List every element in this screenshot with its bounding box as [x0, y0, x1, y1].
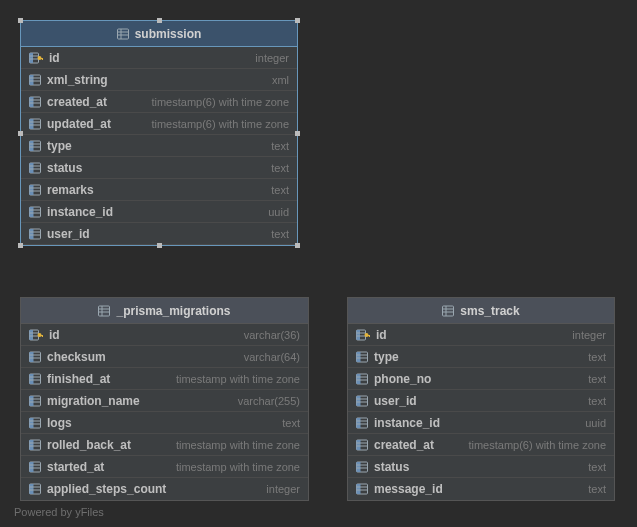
erd-canvas[interactable]: submission idinteger xml_stringxml creat… [0, 0, 637, 527]
column-type: timestamp with time zone [176, 439, 300, 451]
column-row[interactable]: idvarchar(36) [21, 324, 308, 346]
svg-rect-82 [443, 306, 454, 316]
column-row[interactable]: statustext [21, 157, 297, 179]
column-row[interactable]: remarkstext [21, 179, 297, 201]
column-name: status [47, 161, 82, 175]
table-sms_track[interactable]: sms_track idinteger typetext phone_notex… [347, 297, 615, 501]
column-icon [356, 373, 368, 385]
column-name: xml_string [47, 73, 108, 87]
svg-rect-110 [357, 440, 361, 450]
column-icon [29, 206, 41, 218]
column-row[interactable]: idinteger [21, 47, 297, 69]
column-name: instance_id [47, 205, 113, 219]
column-row[interactable]: created_attimestamp(6) with time zone [21, 91, 297, 113]
column-type: varchar(255) [238, 395, 300, 407]
column-row[interactable]: idinteger [348, 324, 614, 346]
column-name: instance_id [374, 416, 440, 430]
svg-rect-106 [357, 418, 361, 428]
column-type: integer [572, 329, 606, 341]
column-name: phone_no [374, 372, 431, 386]
table-header[interactable]: _prisma_migrations [21, 298, 308, 324]
column-name: created_at [374, 438, 434, 452]
column-row[interactable]: created_attimestamp(6) with time zone [348, 434, 614, 456]
column-icon [29, 417, 41, 429]
column-icon [29, 439, 41, 451]
column-row[interactable]: checksumvarchar(64) [21, 346, 308, 368]
column-icon [29, 118, 41, 130]
column-name: migration_name [47, 394, 140, 408]
table-submission[interactable]: submission idinteger xml_stringxml creat… [20, 20, 298, 246]
column-name: updated_at [47, 117, 111, 131]
column-icon [29, 351, 41, 363]
svg-rect-92 [369, 335, 370, 337]
svg-rect-71 [30, 440, 34, 450]
selection-handle[interactable] [157, 18, 162, 23]
table-title: sms_track [460, 304, 519, 318]
column-name: user_id [374, 394, 417, 408]
column-icon [29, 395, 41, 407]
column-row[interactable]: started_attimestamp with time zone [21, 456, 308, 478]
column-name: id [49, 328, 60, 342]
selection-handle[interactable] [157, 243, 162, 248]
svg-rect-59 [30, 374, 34, 384]
column-row[interactable]: typetext [21, 135, 297, 157]
column-icon [29, 228, 41, 240]
column-row[interactable]: user_idtext [348, 390, 614, 412]
column-row[interactable]: finished_attimestamp with time zone [21, 368, 308, 390]
column-name: type [374, 350, 399, 364]
column-icon [356, 483, 368, 495]
column-type: text [588, 395, 606, 407]
column-type: text [588, 483, 606, 495]
column-row[interactable]: statustext [348, 456, 614, 478]
footer-credit: Powered by yFiles [14, 506, 104, 518]
column-row[interactable]: updated_attimestamp(6) with time zone [21, 113, 297, 135]
column-icon [29, 74, 41, 86]
primary-key-icon [29, 329, 43, 341]
svg-rect-67 [30, 418, 34, 428]
column-type: uuid [585, 417, 606, 429]
column-row[interactable]: user_idtext [21, 223, 297, 245]
selection-handle[interactable] [295, 18, 300, 23]
column-type: text [588, 351, 606, 363]
table-prisma_migrations[interactable]: _prisma_migrations idvarchar(36) checksu… [20, 297, 309, 501]
column-name: type [47, 139, 72, 153]
column-type: timestamp(6) with time zone [151, 118, 289, 130]
table-icon [442, 305, 454, 317]
table-icon [117, 28, 129, 40]
svg-rect-118 [357, 484, 361, 494]
column-row[interactable]: instance_iduuid [348, 412, 614, 434]
column-row[interactable]: typetext [348, 346, 614, 368]
column-row[interactable]: message_idtext [348, 478, 614, 500]
column-row[interactable]: logstext [21, 412, 308, 434]
column-type: uuid [268, 206, 289, 218]
svg-rect-24 [30, 141, 34, 151]
svg-rect-53 [42, 335, 43, 337]
column-type: text [271, 140, 289, 152]
selection-handle[interactable] [18, 131, 23, 136]
column-icon [356, 395, 368, 407]
column-type: text [282, 417, 300, 429]
table-header[interactable]: sms_track [348, 298, 614, 324]
selection-handle[interactable] [18, 18, 23, 23]
column-row[interactable]: applied_steps_countinteger [21, 478, 308, 500]
table-header[interactable]: submission [21, 21, 297, 47]
column-icon [356, 439, 368, 451]
selection-handle[interactable] [295, 243, 300, 248]
column-row[interactable]: xml_stringxml [21, 69, 297, 91]
column-row[interactable]: instance_iduuid [21, 201, 297, 223]
column-row[interactable]: migration_namevarchar(255) [21, 390, 308, 412]
table-title: _prisma_migrations [116, 304, 230, 318]
svg-rect-5 [30, 53, 34, 63]
svg-rect-12 [30, 75, 34, 85]
column-name: status [374, 460, 409, 474]
selection-handle[interactable] [295, 131, 300, 136]
selection-handle[interactable] [18, 243, 23, 248]
column-row[interactable]: phone_notext [348, 368, 614, 390]
column-icon [29, 162, 41, 174]
column-row[interactable]: rolled_back_attimestamp with time zone [21, 434, 308, 456]
column-type: text [271, 228, 289, 240]
svg-rect-98 [357, 374, 361, 384]
svg-rect-40 [30, 229, 34, 239]
svg-rect-32 [30, 185, 34, 195]
svg-rect-102 [357, 396, 361, 406]
